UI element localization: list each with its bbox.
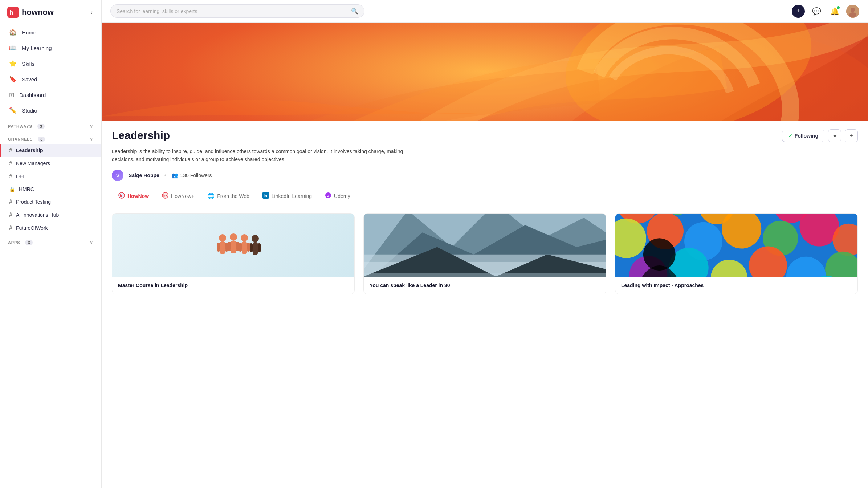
channels-label: CHANNELS xyxy=(8,137,33,141)
avatar-image xyxy=(846,5,859,18)
svg-point-37 xyxy=(252,248,259,251)
dashboard-icon: ⊞ xyxy=(9,91,14,99)
svg-point-23 xyxy=(241,234,248,241)
tab-label-from-web: From the Web xyxy=(217,193,249,199)
pathways-section-header[interactable]: PATHWAYS 3 ∨ xyxy=(0,118,101,131)
banner-svg xyxy=(102,23,868,121)
lock-icon-hmrc: 🔒 xyxy=(9,186,15,192)
card-body-3: Leading with Impact - Approaches xyxy=(615,277,857,294)
sidebar-item-product-testing[interactable]: # Product Testing xyxy=(0,195,101,208)
followers-icon: 👥 xyxy=(171,172,178,179)
tab-hownow[interactable]: h HowNow xyxy=(112,188,155,204)
card-master-course[interactable]: Master Course in Leadership xyxy=(112,213,355,295)
sidebar-item-future-of-work[interactable]: # FutureOfWork xyxy=(0,221,101,235)
book-icon: 📖 xyxy=(9,44,17,52)
topbar-actions: + 💬 🔔 xyxy=(792,5,859,18)
svg-rect-25 xyxy=(239,243,242,252)
svg-text:h: h xyxy=(9,9,13,16)
check-icon: ✓ xyxy=(788,133,792,139)
home-icon: 🏠 xyxy=(9,29,17,36)
hownow-plus-tab-icon: h+ xyxy=(162,192,168,200)
sidebar-label-skills: Skills xyxy=(22,61,34,67)
svg-point-31 xyxy=(219,248,226,251)
channel-header: Leadership ✓ Following ✦ + xyxy=(112,129,858,142)
tab-linkedin[interactable]: in LinkedIn Learning xyxy=(256,188,318,204)
hownow-logo-icon: h xyxy=(7,7,19,18)
following-button[interactable]: ✓ Following xyxy=(782,130,824,142)
svg-rect-32 xyxy=(220,246,225,249)
card-image-leadership xyxy=(112,214,354,277)
svg-rect-34 xyxy=(231,246,236,249)
hash-icon-dei: # xyxy=(9,173,12,180)
channels-chevron-icon: ∨ xyxy=(90,136,93,142)
sparkle-button[interactable]: ✦ xyxy=(828,129,841,142)
search-container: 🔍 xyxy=(110,4,364,18)
channel-label-product-testing: Product Testing xyxy=(16,199,51,205)
sidebar-item-skills[interactable]: ⭐ Skills xyxy=(0,56,101,72)
pencil-icon: ✏️ xyxy=(9,107,17,114)
logo-text: hownow xyxy=(22,8,54,17)
star-icon: ⭐ xyxy=(9,60,17,68)
followers-info: 👥 130 Followers xyxy=(171,172,212,179)
svg-point-19 xyxy=(230,233,237,241)
apps-count: 3 xyxy=(25,240,32,245)
channel-label-ai-innovations: AI Innovations Hub xyxy=(16,212,59,218)
topbar: 🔍 + 💬 🔔 xyxy=(102,0,868,23)
svg-rect-36 xyxy=(242,246,247,249)
sidebar-label-home: Home xyxy=(22,29,36,36)
sidebar-item-dashboard[interactable]: ⊞ Dashboard xyxy=(0,87,101,103)
channel-label-new-managers: New Managers xyxy=(16,160,50,166)
sidebar-label-my-learning: My Learning xyxy=(22,45,52,51)
following-label: Following xyxy=(795,133,818,139)
sidebar-item-new-managers[interactable]: # New Managers xyxy=(0,157,101,170)
svg-text:h: h xyxy=(120,194,122,198)
sidebar-nav: 🏠 Home 📖 My Learning ⭐ Skills 🔖 Saved ⊞ … xyxy=(0,25,101,118)
channel-banner xyxy=(102,23,868,121)
sidebar-item-dei[interactable]: # DEI xyxy=(0,170,101,183)
search-box: 🔍 xyxy=(110,4,364,18)
user-avatar[interactable] xyxy=(846,5,859,18)
pathways-count: 3 xyxy=(37,124,45,129)
udemy-tab-icon: U xyxy=(325,192,331,200)
card-leading-impact[interactable]: Leading with Impact - Approaches xyxy=(615,213,858,295)
hash-icon-leadership: # xyxy=(9,147,12,154)
channel-label-dei: DEI xyxy=(16,174,24,179)
sidebar-item-saved[interactable]: 🔖 Saved xyxy=(0,72,101,87)
card-title-3: Leading with Impact - Approaches xyxy=(621,282,852,289)
svg-rect-30 xyxy=(258,243,261,252)
tab-hownow-plus[interactable]: h+ HowNow+ xyxy=(155,188,201,204)
tab-from-web[interactable]: 🌐 From the Web xyxy=(201,189,256,204)
sidebar-item-my-learning[interactable]: 📖 My Learning xyxy=(0,40,101,56)
card-title-1: Master Course in Leadership xyxy=(118,282,349,289)
add-channel-button[interactable]: + xyxy=(845,129,858,142)
sidebar-label-saved: Saved xyxy=(22,76,37,82)
chat-button[interactable]: 💬 xyxy=(810,5,823,18)
svg-point-73 xyxy=(643,238,676,271)
card-image-umbrellas xyxy=(615,214,857,277)
sidebar-item-studio[interactable]: ✏️ Studio xyxy=(0,103,101,118)
sidebar-item-hmrc[interactable]: 🔒 HMRC xyxy=(0,183,101,195)
card-body-1: Master Course in Leadership xyxy=(112,277,354,294)
tab-udemy[interactable]: U Udemy xyxy=(318,188,356,204)
apps-label: APPS xyxy=(8,240,20,245)
channels-section-header[interactable]: CHANNELS 3 ∨ xyxy=(0,131,101,144)
notifications-button[interactable]: 🔔 xyxy=(828,5,841,18)
svg-point-15 xyxy=(219,234,226,241)
apps-section-header[interactable]: APPS 3 ∨ xyxy=(0,235,101,247)
add-button[interactable]: + xyxy=(792,5,805,18)
svg-rect-29 xyxy=(250,243,253,252)
content-tabs: h HowNow h+ HowNow+ 🌐 From the Web xyxy=(112,188,858,204)
sidebar-item-home[interactable]: 🏠 Home xyxy=(0,25,101,40)
sidebar-item-leadership[interactable]: # Leadership xyxy=(0,144,101,157)
sidebar-logo: h hownow ‹ xyxy=(0,0,101,25)
sidebar-collapse-button[interactable]: ‹ xyxy=(89,7,94,18)
svg-rect-38 xyxy=(253,245,258,248)
hash-icon-ai-innovations: # xyxy=(9,212,12,218)
channel-description: Leadership is the ability to inspire, gu… xyxy=(112,147,409,164)
sidebar: h hownow ‹ 🏠 Home 📖 My Learning ⭐ Skills… xyxy=(0,0,102,488)
card-body-2: You can speak like a Leader in 30 xyxy=(364,277,606,294)
card-speak-leader[interactable]: You can speak like a Leader in 30 xyxy=(363,213,606,295)
svg-rect-45 xyxy=(364,273,606,277)
search-input[interactable] xyxy=(117,8,348,14)
sidebar-item-ai-innovations[interactable]: # AI Innovations Hub xyxy=(0,208,101,221)
